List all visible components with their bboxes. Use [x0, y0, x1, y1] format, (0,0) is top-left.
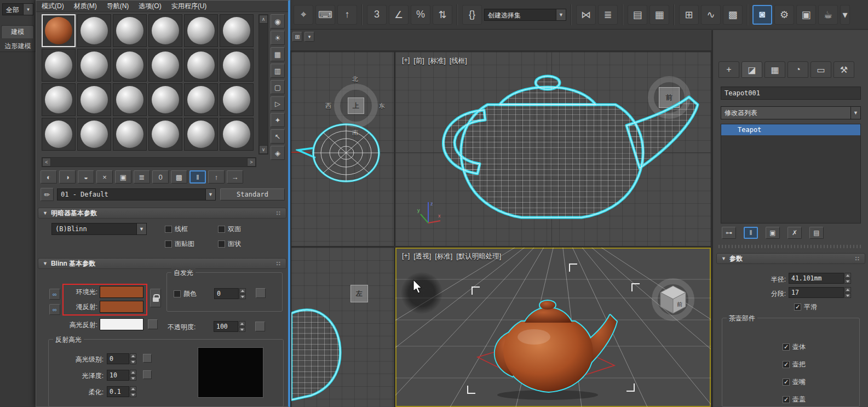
material-sample-slot[interactable] [77, 83, 111, 116]
show-end-result-button[interactable]: ‖ [189, 170, 206, 184]
spinner-down-icon[interactable] [130, 359, 136, 365]
scroll-up-icon[interactable]: ∧ [259, 15, 268, 24]
material-type-button[interactable]: Standard [220, 188, 285, 200]
faceted-checkbox[interactable]: 面状 [218, 239, 241, 249]
reset-map-button[interactable]: × [96, 170, 113, 184]
material-sample-slot[interactable] [77, 118, 111, 151]
lock-diffuse-specular-button[interactable]: ∞ [49, 304, 60, 315]
modifier-stack[interactable]: Teapot [721, 124, 861, 223]
spinner-down-icon[interactable] [239, 327, 245, 333]
isolate-selection-button[interactable]: ↑ [337, 5, 357, 25]
material-sample-slot[interactable] [220, 83, 254, 116]
show-end-result-button[interactable]: ‖ [744, 227, 758, 239]
modifier-stack-item[interactable]: Teapot [721, 124, 860, 135]
material-sample-slot[interactable] [42, 14, 76, 47]
put-to-scene-button[interactable]: ◑ [59, 170, 76, 184]
material-sample-slot[interactable] [220, 14, 254, 47]
material-sample-slot[interactable] [113, 118, 147, 151]
two-sided-checkbox[interactable]: 双面 [218, 225, 241, 234]
compass-west-label[interactable]: 西 [325, 102, 331, 110]
opacity-value[interactable]: 100 [214, 321, 238, 332]
material-sample-slot[interactable] [42, 49, 76, 82]
lock-ambient-diffuse-button[interactable]: ∞ [49, 289, 60, 300]
material-sample-slot[interactable] [184, 118, 218, 151]
spinner-up-icon[interactable] [239, 321, 245, 326]
ambient-color-swatch[interactable] [100, 286, 143, 298]
menu-mode[interactable]: 模式(D) [42, 2, 64, 11]
specular-color-swatch[interactable] [100, 318, 143, 330]
tab-hierarchy[interactable]: ▦ [764, 61, 785, 78]
wire-checkbox[interactable]: 线框 [165, 225, 188, 234]
rollout-collapse-icon[interactable]: ▼ [43, 210, 48, 216]
spinner-up-icon[interactable] [130, 386, 136, 392]
viewport-shading-button[interactable]: [默认明暗处理] [456, 252, 501, 261]
edit-named-selections-button[interactable]: {} [462, 5, 482, 25]
scrollbar-track[interactable] [51, 158, 247, 167]
viewcube-left-face[interactable]: 左 [350, 285, 368, 302]
put-to-library-button[interactable]: ≣ [134, 170, 150, 184]
material-sample-slot[interactable] [148, 118, 182, 151]
ribbon-all-dropdown[interactable]: 全部 ▾ [2, 3, 33, 15]
go-to-parent-button[interactable]: ↑ [208, 170, 225, 184]
tab-modeling[interactable]: 建模 [1, 25, 34, 38]
spinner-down-icon[interactable] [130, 392, 136, 398]
configure-modifier-sets-button[interactable]: ▤ [809, 227, 824, 239]
get-material-button[interactable]: ◐ [41, 170, 57, 184]
self-illum-spinner[interactable]: 0 [214, 288, 246, 299]
material-map-navigator-button[interactable]: ◈ [271, 146, 285, 160]
keyboard-override-button[interactable]: ⌨ [315, 5, 335, 25]
self-illum-value[interactable]: 0 [214, 288, 239, 299]
material-sample-slot[interactable] [113, 49, 147, 82]
panel-splitter[interactable] [718, 245, 863, 248]
smooth-checkbox[interactable]: ✓ 平滑 [794, 302, 817, 312]
teapot-front-wireframe[interactable] [423, 71, 708, 244]
opacity-spinner[interactable]: 100 [214, 321, 245, 332]
select-by-material-button[interactable]: ↖ [271, 129, 285, 144]
viewport-layout-icon[interactable]: ⊞ [292, 32, 302, 42]
material-sample-slot[interactable] [113, 14, 147, 47]
scroll-down-icon[interactable]: ∨ [259, 145, 268, 154]
mirror-button[interactable]: ⋈ [576, 5, 596, 25]
viewport-standard-button[interactable]: [标准] [435, 252, 452, 261]
specular-map-button[interactable] [148, 319, 158, 329]
soften-value[interactable]: 0.1 [107, 386, 129, 397]
sample-uv-tiling-button[interactable]: ▥ [271, 64, 285, 78]
rollout-shader-basic[interactable]: ▼ 明暗器基本参数 ∷ [38, 208, 286, 219]
chevron-down-icon[interactable]: ▾ [23, 4, 33, 15]
viewcube-top-face[interactable]: 上 [348, 98, 364, 114]
material-sample-slot[interactable] [184, 14, 218, 47]
viewport-standard-button[interactable]: [标准] [428, 56, 446, 66]
object-name-field[interactable]: Teapot001 [721, 87, 861, 100]
viewport-shading-button[interactable]: [线框] [450, 56, 467, 66]
part-lid-checkbox[interactable]: ✓ 壶盖 [783, 395, 806, 404]
background-button[interactable]: ▦ [271, 47, 285, 61]
rollout-blinn-basic[interactable]: ▼ Blinn 基本参数 ∷ [38, 258, 286, 269]
self-illum-color-checkbox[interactable]: 颜色 [174, 289, 197, 299]
glossiness-value[interactable]: 10 [107, 370, 129, 381]
render-production-button[interactable]: ☕ [818, 5, 838, 25]
part-handle-checkbox[interactable]: ✓ 壶把 [783, 360, 806, 369]
pin-stack-button[interactable]: ⊶ [722, 227, 736, 239]
material-sample-slot[interactable] [148, 83, 182, 116]
material-sample-slot[interactable] [77, 49, 111, 82]
video-color-check-button[interactable]: ▢ [271, 80, 285, 94]
part-spout-checkbox[interactable]: ✓ 壶嘴 [783, 377, 806, 387]
curve-editor-button[interactable]: ∿ [701, 5, 721, 25]
lock-colors-button[interactable] [150, 289, 161, 307]
layer-explorer-button[interactable]: ▦ [649, 5, 669, 25]
spinner-snap-button[interactable]: ⇅ [433, 5, 452, 25]
pick-material-button[interactable]: ✏ [41, 188, 54, 201]
scroll-left-icon[interactable]: < [42, 158, 51, 167]
viewport-view-button[interactable]: [透视] [413, 252, 431, 261]
viewport-perspective[interactable]: [+] [透视] [标准] [默认明暗处理] 前 [395, 248, 711, 407]
spinner-down-icon[interactable] [844, 293, 851, 299]
slots-vertical-scrollbar[interactable]: ∧ ∨ [258, 14, 268, 154]
teapot-left-wireframe[interactable] [291, 295, 346, 407]
select-and-manipulate-button[interactable]: ⌖ [294, 5, 313, 25]
angle-snap-button[interactable]: ∠ [389, 5, 409, 25]
rollout-collapse-icon[interactable]: ▼ [721, 256, 726, 261]
material-editor-button[interactable]: ◙ [752, 5, 772, 25]
tab-poly-modeling[interactable]: 边形建模 [0, 42, 36, 51]
spinner-up-icon[interactable] [130, 353, 136, 359]
align-button[interactable]: ≣ [598, 5, 618, 25]
